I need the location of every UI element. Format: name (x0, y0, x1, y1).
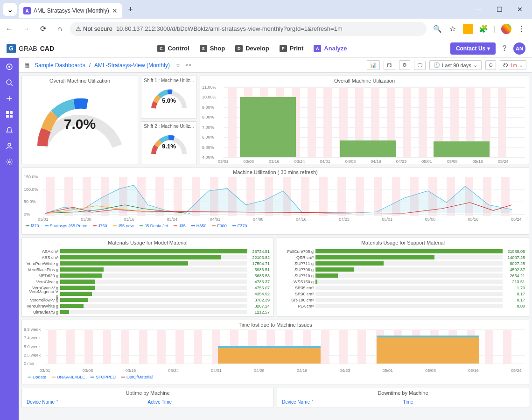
tab-favicon: A (23, 7, 31, 14)
svg-point-8 (8, 161, 10, 163)
svg-point-1 (8, 66, 10, 68)
nav-print[interactable]: PPrint (280, 45, 304, 52)
app-logo[interactable]: G GRABCAD (7, 44, 54, 53)
shift1-gauge-value: 5.0% (162, 97, 176, 104)
help-icon[interactable]: ? (502, 44, 507, 53)
time-range-picker[interactable]: 🕘 Last 90 days ⌄ (429, 60, 481, 70)
nav-analyze[interactable]: AAnalyze (314, 45, 347, 52)
nav-shop[interactable]: SShop (200, 45, 225, 52)
browser-menu-icon[interactable]: ⋮ (517, 24, 526, 34)
window-minimize-button[interactable]: — (469, 6, 488, 13)
sidebar-settings-icon[interactable] (5, 158, 14, 166)
browser-profile-avatar[interactable] (501, 24, 511, 34)
tab-title: AML-Stratasys-View (Monthly) (34, 7, 109, 14)
svg-point-2 (7, 80, 11, 84)
dashboard-grid-icon[interactable]: ▦ (24, 62, 31, 69)
panel-uptime-table[interactable]: Uptime by Machine Device Name ˄ Active T… (21, 388, 274, 407)
settings-button[interactable]: ⚙ (399, 60, 410, 70)
browser-toolbar: ← → ⟳ ⌂ ⚠ Not secure 10.80.137.212:3000/… (0, 19, 532, 39)
contact-us-button[interactable]: Contact Us ▾ (450, 42, 496, 55)
tab-search-button[interactable]: ⌄ (3, 3, 17, 16)
panel-shift2-gauge[interactable]: Shift 2 : Machine Utiliz... 9.1% (141, 121, 197, 164)
control-icon: C (157, 45, 165, 52)
extensions-puzzle-icon[interactable]: 🧩 (479, 24, 488, 34)
add-panel-button[interactable]: 📊 (367, 60, 380, 70)
browser-tab-strip: ⌄ A AML-Stratasys-View (Monthly) ✕ + — ☐… (0, 0, 532, 19)
forward-button[interactable]: → (20, 22, 33, 35)
zoom-icon[interactable]: 🔍 (433, 24, 442, 34)
shop-icon: S (200, 45, 207, 52)
nav-develop[interactable]: DDevelop (235, 45, 269, 52)
tv-mode-button[interactable]: 🖵 (414, 61, 426, 70)
downtime-col-time[interactable]: Time (403, 399, 525, 405)
panel-materials-model[interactable]: Materials Usage for Model Material ASA c… (21, 238, 274, 317)
materials-support-rows: FullCure705 g21988.05QSR cm³14007.25SUP7… (277, 247, 529, 310)
overall-gauge-value: 7.0% (64, 116, 96, 132)
window-close-button[interactable]: ✕ (511, 6, 529, 13)
sidebar-home-icon[interactable] (5, 63, 14, 71)
downtime-col-device[interactable]: Device Name ˄ (282, 399, 403, 405)
zoom-out-button[interactable]: ⊖ (485, 60, 496, 70)
svg-rect-3 (6, 111, 9, 114)
url-text: 10.80.137.212:3000/d/bDcWBoklz/aml-strat… (116, 25, 343, 32)
address-bar[interactable]: ⚠ Not secure 10.80.137.212:3000/d/bDcWBo… (70, 22, 427, 36)
time-lost-legend: UpdateUNAVAILABLESTOPPEDOutOfMaterial (22, 374, 529, 380)
panel-materials-support[interactable]: Materials Usage for Support Material Ful… (277, 238, 529, 317)
home-button[interactable]: ⌂ (53, 22, 66, 35)
panel-shift1-gauge[interactable]: Shift 1 : Machine Utiliz... 5.0% (141, 76, 197, 119)
sidebar-search-icon[interactable] (5, 78, 14, 87)
breadcrumb-root[interactable]: Sample Dashboards (35, 62, 85, 69)
back-button[interactable]: ← (3, 22, 16, 35)
uptime-col-active[interactable]: Active Time (148, 399, 269, 405)
utilization-line-chart: 0%50.0%100.0%150.0%03/0103/0803/1603/240… (22, 177, 529, 223)
new-tab-button[interactable]: + (124, 5, 137, 14)
develop-icon: D (235, 45, 243, 52)
favorite-star-icon[interactable]: ☆ (175, 62, 181, 69)
utilization-legend: f370Stratasys J55 PrimeJ750J55-newJ5 Den… (22, 223, 529, 229)
shift2-gauge-value: 9.1% (162, 143, 176, 150)
user-avatar[interactable]: AN (513, 42, 525, 55)
svg-point-7 (8, 143, 11, 146)
breadcrumb-leaf[interactable]: AML-Stratasys-View (Monthly) (94, 62, 170, 69)
uptime-col-device[interactable]: Device Name ˄ (27, 399, 148, 405)
svg-rect-4 (10, 111, 13, 114)
overall-util-bar-chart: 4.00%5.00%6.00%7.00%8.00%9.00%10.00%11.0… (200, 85, 529, 164)
dashboard-toolbar: ▦ Sample Dashboards / AML-Stratasys-View… (19, 58, 532, 73)
grabcad-icon: G (7, 44, 16, 53)
app-header: G GRABCAD CControl SShop DDevelop PPrint… (0, 39, 532, 58)
not-secure-badge: ⚠ Not secure (76, 25, 112, 32)
share-icon[interactable]: ⚯ (186, 62, 191, 69)
time-lost-chart: 0 min2.5 week5.0 week7.4 week9.9 week03/… (22, 329, 529, 374)
materials-model-rows: ASA cm³25734.51ABS cm³22103.82VeroPureWh… (22, 247, 273, 316)
sidebar (0, 58, 19, 420)
refresh-button[interactable]: 🗘 1m ⌄ (500, 60, 526, 70)
bookmark-star-icon[interactable]: ☆ (448, 24, 457, 34)
sidebar-add-icon[interactable] (5, 94, 14, 103)
reload-button[interactable]: ⟳ (36, 22, 49, 35)
analyze-icon: A (314, 45, 321, 52)
panel-time-lost[interactable]: Time lost due to Machine Issues 0 min2.5… (21, 320, 529, 385)
panel-overall-util-bar[interactable]: Overall Machine Utilization 4.00%5.00%6.… (200, 76, 529, 164)
panel-overall-gauge[interactable]: Overall Machine Utilization 7.0% (21, 76, 138, 164)
window-maximize-button[interactable]: ☐ (490, 6, 509, 13)
nav-control[interactable]: CControl (157, 45, 189, 52)
panel-utilization-line[interactable]: Machine Utilization ( 30 mins refresh) 0… (21, 167, 529, 235)
svg-rect-6 (10, 115, 13, 118)
svg-rect-5 (6, 115, 9, 118)
browser-tab[interactable]: A AML-Stratasys-View (Monthly) ✕ (19, 3, 122, 18)
sidebar-user-icon[interactable] (5, 142, 14, 150)
save-button[interactable]: 🖫 (384, 61, 395, 70)
tab-close-icon[interactable]: ✕ (112, 7, 118, 14)
extension-icon[interactable] (463, 24, 473, 34)
sidebar-alerts-icon[interactable] (5, 126, 14, 134)
panel-downtime-table[interactable]: Downtime by Machine Device Name ˄ Time (277, 388, 529, 407)
sidebar-dashboards-icon[interactable] (5, 110, 14, 119)
print-icon: P (280, 45, 287, 52)
